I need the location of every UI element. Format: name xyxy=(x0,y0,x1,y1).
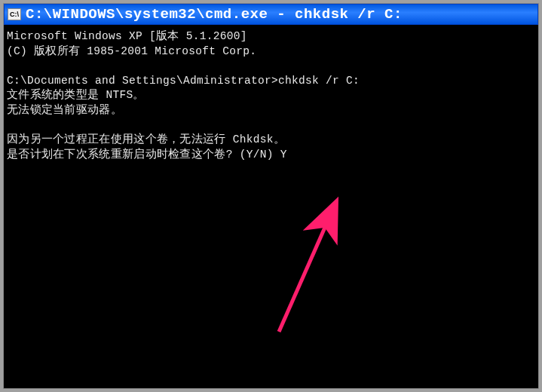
cmd-icon: C:\ xyxy=(8,8,21,20)
terminal-line: Microsoft Windows XP [版本 5.1.2600] xyxy=(7,30,247,42)
terminal-line: (C) 版权所有 1985-2001 Microsoft Corp. xyxy=(7,45,256,57)
terminal-line: C:\Documents and Settings\Administrator>… xyxy=(7,75,360,87)
terminal-line: 因为另一个过程正在使用这个卷，无法运行 Chkdsk。 xyxy=(7,133,285,145)
terminal-line: 无法锁定当前驱动器。 xyxy=(7,104,122,116)
window-title: C:\WINDOWS\system32\cmd.exe - chkdsk /r … xyxy=(26,6,403,23)
cmd-window: C:\ C:\WINDOWS\system32\cmd.exe - chkdsk… xyxy=(3,3,539,389)
terminal-line: 是否计划在下次系统重新启动时检查这个卷? (Y/N) Y xyxy=(7,149,287,161)
titlebar[interactable]: C:\ C:\WINDOWS\system32\cmd.exe - chkdsk… xyxy=(4,4,538,25)
terminal-output[interactable]: Microsoft Windows XP [版本 5.1.2600] (C) 版… xyxy=(4,25,538,167)
terminal-line: 文件系统的类型是 NTFS。 xyxy=(7,89,145,101)
